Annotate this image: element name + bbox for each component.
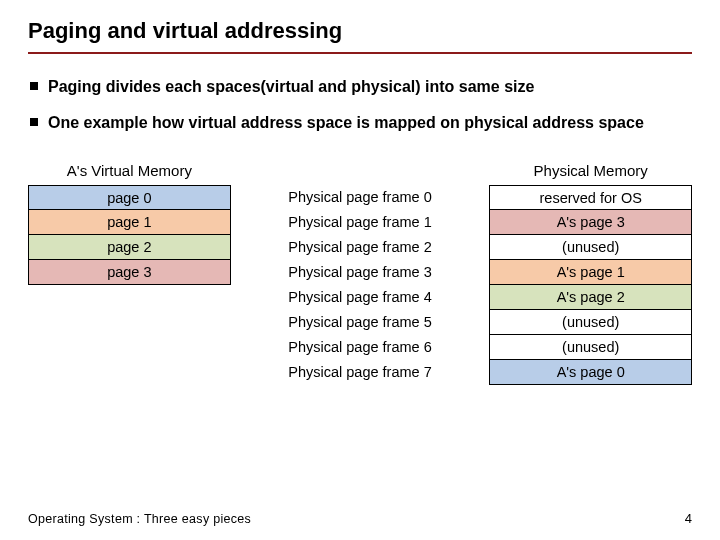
physical-frame-cell: A's page 1	[489, 260, 692, 285]
virtual-page-cell: page 3	[28, 260, 231, 285]
frame-label-spacer	[259, 161, 462, 181]
virtual-memory-header: A's Virtual Memory	[28, 161, 231, 181]
frame-label: Physical page frame 5	[259, 310, 462, 335]
page-number: 4	[685, 511, 692, 526]
frame-label: Physical page frame 0	[259, 185, 462, 210]
frame-label: Physical page frame 3	[259, 260, 462, 285]
bullet-item: One example how virtual address space is…	[30, 112, 692, 134]
memory-diagram: A's Virtual Memory page 0page 1page 2pag…	[28, 161, 692, 385]
physical-frame-cell: reserved for OS	[489, 185, 692, 210]
physical-frame-cell: (unused)	[489, 235, 692, 260]
virtual-page-cell: page 1	[28, 210, 231, 235]
physical-memory-header: Physical Memory	[489, 161, 692, 181]
title-divider	[28, 52, 692, 54]
frame-label: Physical page frame 6	[259, 335, 462, 360]
footer-text: Operating System : Three easy pieces	[28, 512, 251, 526]
physical-frame-cell: A's page 3	[489, 210, 692, 235]
virtual-page-cell: page 0	[28, 185, 231, 210]
frame-label: Physical page frame 4	[259, 285, 462, 310]
physical-memory-column: Physical Memory reserved for OSA's page …	[489, 161, 692, 385]
virtual-page-cell: page 2	[28, 235, 231, 260]
physical-frame-cell: A's page 2	[489, 285, 692, 310]
bullet-list: Paging divides each spaces(virtual and p…	[30, 76, 692, 133]
physical-frame-cell: (unused)	[489, 310, 692, 335]
slide-title: Paging and virtual addressing	[28, 18, 692, 52]
frame-label-column: Physical page frame 0Physical page frame…	[259, 161, 462, 385]
frame-label: Physical page frame 2	[259, 235, 462, 260]
physical-frame-cell: (unused)	[489, 335, 692, 360]
frame-label: Physical page frame 7	[259, 360, 462, 385]
frame-label: Physical page frame 1	[259, 210, 462, 235]
virtual-memory-column: A's Virtual Memory page 0page 1page 2pag…	[28, 161, 231, 285]
physical-frame-cell: A's page 0	[489, 360, 692, 385]
bullet-item: Paging divides each spaces(virtual and p…	[30, 76, 692, 98]
